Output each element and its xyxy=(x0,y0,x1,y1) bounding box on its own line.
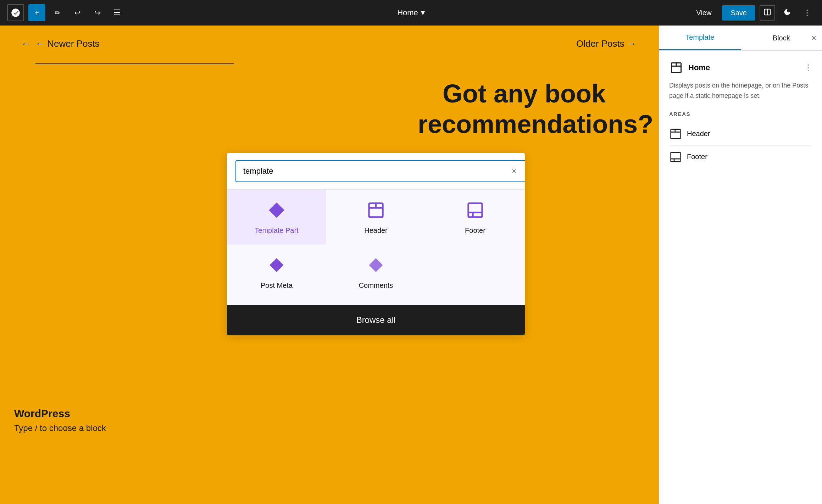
template-description: Displays posts on the homepage, or on th… xyxy=(669,80,812,101)
inserter-item-post-meta[interactable]: Post Meta xyxy=(227,245,326,299)
inserter-search-area: × xyxy=(227,153,525,190)
area-footer-label: Footer xyxy=(687,153,707,161)
template-menu-button[interactable]: ⋮ xyxy=(804,63,812,72)
dark-mode-button[interactable] xyxy=(779,5,795,21)
post-meta-icon xyxy=(266,254,287,276)
comments-icon xyxy=(365,254,387,276)
area-header-label: Header xyxy=(687,130,710,138)
post-meta-label: Post Meta xyxy=(261,281,293,290)
template-part-icon xyxy=(266,200,287,221)
undo-button[interactable]: ↩ xyxy=(70,5,85,21)
undo-icon: ↩ xyxy=(74,9,80,17)
toolbar-left: + ✏ ↩ ↪ ☰ xyxy=(7,4,125,21)
svg-marker-3 xyxy=(269,202,284,218)
footer-icon xyxy=(465,200,486,221)
browse-all-button[interactable]: Browse all xyxy=(227,305,525,335)
comments-label: Comments xyxy=(359,281,393,290)
left-arrow-icon: ← xyxy=(21,38,30,49)
layout-icon xyxy=(763,8,771,18)
redo-icon: ↪ xyxy=(94,9,100,17)
template-header: Home ⋮ xyxy=(669,61,812,75)
add-block-button[interactable]: + xyxy=(28,4,45,21)
moon-icon xyxy=(783,8,791,18)
page-title-text: Home xyxy=(397,8,418,17)
wp-logo xyxy=(7,4,24,21)
older-posts-label: Older Posts → xyxy=(576,38,636,49)
save-button[interactable]: Save xyxy=(722,5,755,21)
areas-label: AREAS xyxy=(669,111,812,117)
template-part-label: Template Part xyxy=(255,226,298,235)
template-title: Home xyxy=(688,63,799,72)
more-options-button[interactable]: ⋮ xyxy=(799,5,815,21)
inserter-empty-cell xyxy=(426,245,525,299)
inserter-grid: Template Part Header xyxy=(227,190,525,305)
plus-icon: + xyxy=(34,8,39,18)
sidebar-content: Home ⋮ Displays posts on the homepage, o… xyxy=(659,51,822,178)
layout-toggle-button[interactable] xyxy=(760,5,775,21)
brand-label: WordPress xyxy=(14,408,106,420)
footer-label: Footer xyxy=(465,226,485,235)
content-divider xyxy=(35,63,234,64)
inserter-item-template-part[interactable]: Template Part xyxy=(227,190,326,245)
hero-heading: Got any book recommendations? xyxy=(418,78,631,140)
kebab-icon: ⋮ xyxy=(803,8,811,18)
pencil-icon: ✏ xyxy=(55,9,61,17)
block-inserter-popup: × Template Part xyxy=(227,153,525,335)
header-icon xyxy=(365,200,387,221)
inserter-item-comments[interactable]: Comments xyxy=(326,245,426,299)
list-view-button[interactable]: ☰ xyxy=(109,5,125,21)
template-icon xyxy=(669,61,683,75)
view-button[interactable]: View xyxy=(690,5,718,21)
sidebar: Template Block × Home ⋮ xyxy=(659,26,822,504)
older-posts-link[interactable]: Older Posts → xyxy=(576,38,638,49)
type-hint: Type / to choose a block xyxy=(14,423,106,433)
redo-button[interactable]: ↪ xyxy=(89,5,105,21)
toolbar-center: Home ▾ xyxy=(392,5,430,20)
tools-button[interactable]: ✏ xyxy=(50,5,65,21)
svg-marker-11 xyxy=(369,258,383,272)
tab-template[interactable]: Template xyxy=(659,26,741,50)
toolbar: + ✏ ↩ ↪ ☰ Home ▾ View Save xyxy=(0,0,822,26)
inserter-item-footer[interactable]: Footer xyxy=(426,190,525,245)
close-icon: × xyxy=(811,33,816,43)
canvas: ← ← Newer Posts Older Posts → Got any bo… xyxy=(0,26,659,504)
area-item-header[interactable]: Header xyxy=(669,123,812,146)
newer-posts-label: ← Newer Posts xyxy=(35,38,100,49)
toolbar-right: View Save ⋮ xyxy=(690,5,815,21)
header-label: Header xyxy=(364,226,388,235)
newer-posts-link[interactable]: ← ← Newer Posts xyxy=(21,38,100,49)
canvas-footer: WordPress Type / to choose a block xyxy=(14,408,106,433)
sidebar-close-button[interactable]: × xyxy=(811,33,816,43)
inserter-clear-button[interactable]: × xyxy=(512,167,516,176)
area-item-footer[interactable]: Footer xyxy=(669,146,812,168)
canvas-navigation: ← ← Newer Posts Older Posts → xyxy=(0,26,659,49)
template-menu-icon: ⋮ xyxy=(804,63,812,72)
main-layout: ← ← Newer Posts Older Posts → Got any bo… xyxy=(0,26,822,504)
sidebar-tabs: Template Block × xyxy=(659,26,822,51)
tab-block[interactable]: Block xyxy=(741,26,822,50)
list-icon: ☰ xyxy=(113,8,121,17)
page-title-dropdown[interactable]: Home ▾ xyxy=(392,5,430,20)
inserter-search-input[interactable] xyxy=(235,160,525,182)
inserter-item-header[interactable]: Header xyxy=(326,190,426,245)
svg-rect-18 xyxy=(671,152,681,162)
svg-rect-7 xyxy=(468,203,482,217)
chevron-down-icon: ▾ xyxy=(421,8,425,17)
svg-marker-10 xyxy=(270,258,284,272)
area-footer-icon xyxy=(669,151,682,163)
area-header-icon xyxy=(669,128,682,140)
